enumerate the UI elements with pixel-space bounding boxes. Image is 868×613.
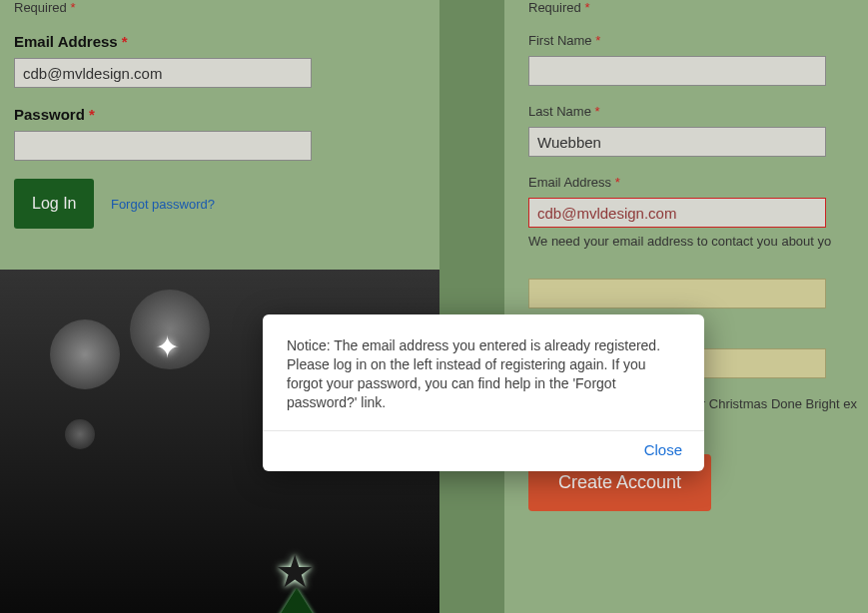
login-email-label: Email Address * — [14, 33, 426, 50]
login-button[interactable]: Log In — [14, 179, 94, 229]
last-name-label: Last Name * — [528, 104, 868, 119]
register-required-note: Required * — [528, 0, 868, 15]
forgot-password-link[interactable]: Forgot password? — [111, 197, 215, 212]
login-email-input[interactable] — [14, 58, 312, 88]
login-password-label: Password * — [14, 106, 426, 123]
login-email-group: Email Address * — [14, 33, 426, 88]
register-required-text: Required — [528, 0, 581, 15]
sparkle-icon: ✦ — [155, 329, 180, 364]
login-password-group: Password * — [14, 106, 426, 161]
asterisk-icon: * — [595, 104, 600, 119]
register-panel: Required * First Name * Last Name * Emai… — [504, 0, 868, 613]
extra-field-1-input[interactable] — [528, 279, 826, 308]
star-icon: ★ — [275, 545, 315, 598]
first-name-label: First Name * — [528, 33, 868, 48]
login-required-note: Required * — [14, 0, 426, 15]
asterisk-icon: * — [89, 106, 95, 123]
register-email-helper: We need your email address to contact yo… — [528, 234, 868, 249]
notice-modal: Notice: The email address you entered is… — [263, 314, 704, 471]
register-email-label: Email Address * — [528, 175, 868, 190]
asterisk-icon: * — [595, 33, 600, 48]
asterisk-icon: * — [584, 0, 589, 15]
register-email-input[interactable] — [528, 198, 826, 228]
login-actions: Log In Forgot password? — [14, 179, 426, 229]
notice-modal-message: Notice: The email address you entered is… — [263, 314, 704, 430]
last-name-group: Last Name * — [528, 104, 868, 157]
bokeh-orb-icon — [50, 319, 120, 389]
first-name-group: First Name * — [528, 33, 868, 86]
login-required-text: Required — [14, 0, 67, 15]
login-panel: Required * Email Address * Password * Lo… — [0, 0, 439, 270]
last-name-input[interactable] — [528, 127, 826, 157]
notice-modal-footer: Close — [263, 430, 704, 471]
asterisk-icon: * — [615, 175, 620, 190]
first-name-input[interactable] — [528, 56, 826, 86]
bokeh-orb-icon — [65, 419, 95, 449]
login-password-input[interactable] — [14, 131, 312, 161]
asterisk-icon: * — [70, 0, 75, 15]
register-email-group: Email Address * We need your email addre… — [528, 175, 868, 249]
extra-field-1-group — [528, 279, 868, 308]
notice-modal-close-button[interactable]: Close — [644, 441, 682, 458]
asterisk-icon: * — [122, 33, 128, 50]
